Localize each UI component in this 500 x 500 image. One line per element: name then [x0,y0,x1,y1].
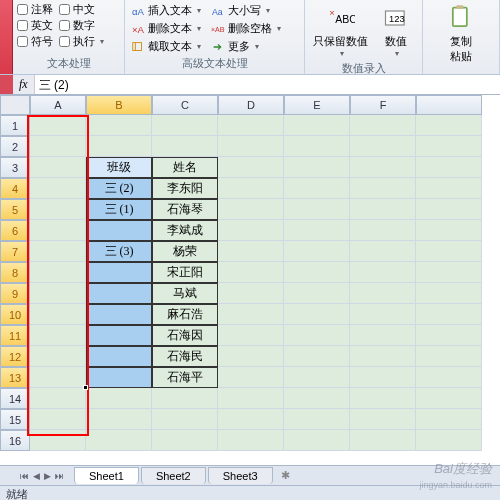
row-header[interactable]: 2 [0,136,30,157]
cell[interactable] [86,367,152,388]
row-header[interactable]: 1 [0,115,30,136]
cell[interactable] [284,388,350,409]
row-header[interactable]: 10 [0,304,30,325]
checkbox-英文[interactable]: 英文 [17,18,53,33]
cell[interactable] [416,241,482,262]
cell[interactable] [218,430,284,451]
cell[interactable] [284,178,350,199]
cell[interactable] [30,283,86,304]
cell[interactable] [86,262,152,283]
cell[interactable] [284,262,350,283]
checkbox-中文[interactable]: 中文 [59,2,104,17]
cell[interactable] [218,283,284,304]
btn-数值[interactable]: 123数值▾ [378,2,414,60]
cell[interactable] [350,157,416,178]
cell[interactable] [218,136,284,157]
cell[interactable] [30,199,86,220]
cell[interactable]: 李东阳 [152,178,218,199]
cell[interactable] [416,262,482,283]
row-header[interactable]: 14 [0,388,30,409]
checkbox-符号[interactable]: 符号 [17,34,53,49]
cell[interactable] [86,115,152,136]
cell[interactable] [86,346,152,367]
formula-input[interactable]: 三 (2) [34,75,500,94]
cell[interactable] [416,304,482,325]
row-header[interactable]: 15 [0,409,30,430]
cell[interactable] [218,199,284,220]
cell[interactable]: 石海琴 [152,199,218,220]
cell[interactable] [416,220,482,241]
cell[interactable] [416,157,482,178]
col-header[interactable]: B [86,95,152,115]
cell[interactable] [350,136,416,157]
col-header[interactable] [416,95,482,115]
tab-Sheet3[interactable]: Sheet3 [208,467,273,484]
cell[interactable] [86,409,152,430]
cell[interactable] [218,157,284,178]
checkbox-注释[interactable]: 注释 [17,2,53,17]
row-header[interactable]: 6 [0,220,30,241]
cell[interactable] [416,430,482,451]
cell[interactable] [30,220,86,241]
cell[interactable] [350,325,416,346]
cell[interactable] [30,262,86,283]
cell[interactable] [416,325,482,346]
cell[interactable] [416,367,482,388]
cell[interactable] [218,325,284,346]
cell[interactable] [416,409,482,430]
fx-label[interactable]: fx [13,77,34,92]
row-header[interactable]: 4 [0,178,30,199]
cell[interactable] [86,283,152,304]
cell[interactable] [30,178,86,199]
row-header[interactable]: 13 [0,367,30,388]
cell[interactable]: 三 (2) [86,178,152,199]
cell[interactable] [152,115,218,136]
cell[interactable] [30,304,86,325]
row-header[interactable]: 5 [0,199,30,220]
col-header[interactable]: D [218,95,284,115]
cell[interactable] [218,388,284,409]
cell[interactable] [86,325,152,346]
btn-只保留数值[interactable]: ×ABC只保留数值▾ [309,2,372,60]
cell[interactable]: 姓名 [152,157,218,178]
cell[interactable] [152,430,218,451]
tab-Sheet2[interactable]: Sheet2 [141,467,206,484]
row-header[interactable]: 3 [0,157,30,178]
cell[interactable] [284,157,350,178]
cell[interactable] [218,409,284,430]
row-header[interactable]: 11 [0,325,30,346]
cell[interactable] [350,283,416,304]
tab-Sheet1[interactable]: Sheet1 [74,467,139,484]
cell[interactable] [416,388,482,409]
cell[interactable] [416,346,482,367]
cell[interactable] [350,241,416,262]
select-all[interactable] [0,95,30,115]
selection-handle[interactable] [83,385,88,390]
cell[interactable] [350,409,416,430]
cell[interactable] [350,115,416,136]
cell[interactable] [30,157,86,178]
btn-更多[interactable]: 更多▾ [209,38,283,55]
cell[interactable] [218,367,284,388]
copy-paste-button[interactable]: 复制 粘贴 [427,2,495,66]
checkbox-数字[interactable]: 数字 [59,18,104,33]
cell[interactable] [350,367,416,388]
cell[interactable]: 石海因 [152,325,218,346]
row-header[interactable]: 8 [0,262,30,283]
cell[interactable] [86,304,152,325]
cell[interactable] [350,262,416,283]
cell[interactable] [86,220,152,241]
col-header[interactable]: F [350,95,416,115]
cell[interactable] [350,199,416,220]
cell[interactable] [350,430,416,451]
cell[interactable] [350,304,416,325]
cell[interactable] [30,409,86,430]
btn-截取文本[interactable]: 截取文本▾ [129,38,203,55]
cell[interactable] [30,325,86,346]
cell[interactable] [284,304,350,325]
cell[interactable] [152,388,218,409]
tab-nav[interactable]: ⏮◀▶⏭ [18,471,66,481]
row-header[interactable]: 12 [0,346,30,367]
cell[interactable]: 宋正阳 [152,262,218,283]
cell[interactable] [30,241,86,262]
